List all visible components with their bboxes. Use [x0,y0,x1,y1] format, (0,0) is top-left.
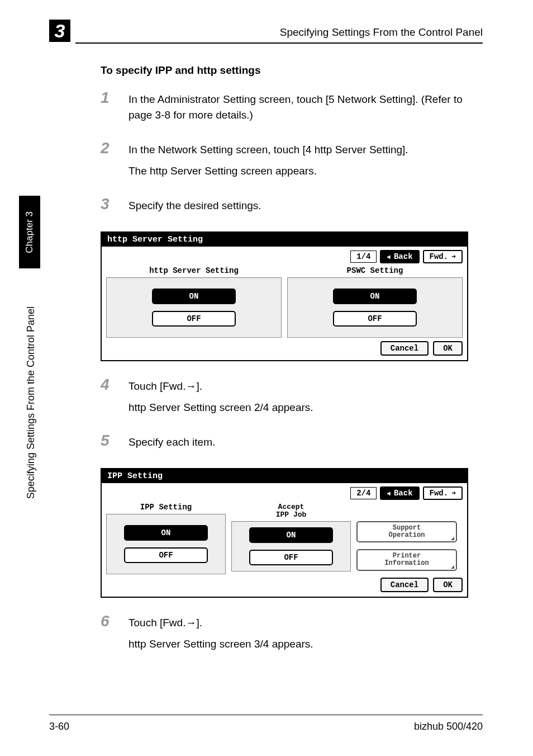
page-number: 3-60 [49,721,69,733]
step-body: In the Network Setting screen, touch [4 … [129,140,408,184]
page-indicator: 1/4 [350,251,377,263]
panels-row: IPP Setting ON OFF Accept IPP Job ON OFF [106,503,463,574]
panel-accept-ipp-job: Accept IPP Job ON OFF [231,503,351,574]
chapter-badge: 3 [49,20,70,42]
off-button[interactable]: OFF [124,547,208,563]
arrow-left-icon [387,252,392,261]
fwd-button[interactable]: Fwd. [423,486,463,500]
step-number: 5 [101,433,129,448]
page-indicator: 2/4 [350,487,377,499]
header-rule [75,42,483,44]
step-3: 3 Specify the desired settings. [101,196,483,219]
step-text: In the Administrator Setting screen, tou… [129,92,483,122]
step-6: 6 Touch [Fwd.→]. http Server Setting scr… [101,613,483,657]
step-body: In the Administrator Setting screen, tou… [129,90,483,128]
panel-title-line1: Accept [278,503,304,511]
step-text: Specify the desired settings. [129,198,261,214]
step-text: In the Network Setting screen, touch [4 … [129,142,408,158]
panel-title-line2: IPP Job [276,511,307,519]
fwd-label: Fwd. [430,252,449,261]
step-text: http Server Setting screen 3/4 appears. [129,636,313,652]
step-text: Touch [Fwd.→]. [129,615,313,631]
cancel-button[interactable]: Cancel [380,341,429,356]
screen-http-server-setting: http Server Setting 1/4 Back Fwd. http S… [101,231,468,361]
step-body: Specify each item. [129,433,215,456]
screen-footer: Cancel OK [106,578,463,592]
panel-title: http Server Setting [106,267,282,275]
panel-title: IPP Setting [106,503,226,512]
on-button[interactable]: ON [124,525,208,541]
step-4: 4 Touch [Fwd.→]. http Server Setting scr… [101,377,483,420]
arrow-right-icon [450,252,456,261]
step-number: 4 [101,377,129,393]
screen-body: 2/4 Back Fwd. IPP Setting ON OFF Accept … [102,483,467,597]
side-btn-line1: Support [393,524,421,532]
step-text: Touch [Fwd.→]. [129,379,313,394]
printer-information-button[interactable]: Printer Information [356,549,457,570]
step-text: Specify each item. [129,434,215,450]
step-body: Touch [Fwd.→]. http Server Setting scree… [129,613,313,657]
back-button[interactable]: Back [380,250,419,263]
panel-ipp: IPP Setting ON OFF [106,503,226,574]
step-number: 2 [101,140,129,156]
panel-options: ON OFF [287,277,463,338]
step-text: The http Server Setting screen appears. [129,163,408,179]
screen-footer: Cancel OK [106,341,463,356]
off-button[interactable]: OFF [249,550,333,565]
on-button[interactable]: ON [333,289,417,304]
ok-button[interactable]: OK [433,341,463,356]
arrow-left-icon [387,489,392,498]
sidebar-chapter-label: Chapter 3 [24,211,35,253]
panel-title: Accept IPP Job [231,503,351,519]
arrow-right-icon [450,489,456,498]
back-label: Back [394,489,413,498]
step-body: Touch [Fwd.→]. http Server Setting scree… [129,377,313,420]
back-button[interactable]: Back [380,486,419,500]
side-btn-line2: Information [384,559,429,567]
panel-title: PSWC Setting [287,267,463,275]
panels-row: http Server Setting ON OFF PSWC Setting … [106,267,463,338]
fwd-button[interactable]: Fwd. [423,250,463,263]
step-1: 1 In the Administrator Setting screen, t… [101,90,483,128]
on-button[interactable]: ON [249,527,333,543]
page-footer: 3-60 bizhub 500/420 [49,715,483,733]
panel-options: ON OFF [106,514,226,574]
panel-options: ON OFF [106,277,282,338]
step-5: 5 Specify each item. [101,433,483,456]
fwd-label: Fwd. [430,489,449,498]
side-buttons: Support Operation Printer Information [356,503,463,574]
support-operation-button[interactable]: Support Operation [356,521,457,542]
panel-http-server: http Server Setting ON OFF [106,267,282,338]
ok-button[interactable]: OK [433,578,463,592]
section-heading: To specify IPP and http settings [101,64,483,77]
pager-row: 2/4 Back Fwd. [106,486,463,500]
sidebar-section-label: Specifying Settings From the Control Pan… [22,268,39,537]
off-button[interactable]: OFF [333,311,417,327]
screen-body: 1/4 Back Fwd. http Server Setting ON OFF… [102,247,467,360]
page-header-title: Specifying Settings From the Control Pan… [280,26,483,39]
pager-row: 1/4 Back Fwd. [106,250,463,263]
model-name: bizhub 500/420 [414,721,483,733]
screen-title: IPP Setting [102,469,467,483]
sidebar-section-text: Specifying Settings From the Control Pan… [25,306,37,499]
back-label: Back [394,252,413,261]
content: To specify IPP and http settings 1 In th… [101,64,483,669]
step-body: Specify the desired settings. [129,196,261,219]
cancel-button[interactable]: Cancel [380,578,429,592]
side-btn-line2: Operation [389,531,425,539]
on-button[interactable]: ON [152,289,236,304]
step-number: 3 [101,196,129,212]
step-number: 1 [101,90,129,106]
step-number: 6 [101,613,129,629]
screen-title: http Server Setting [102,233,467,247]
panel-options: ON OFF [231,521,351,571]
screen-ipp-setting: IPP Setting 2/4 Back Fwd. IPP Setting ON… [101,468,468,598]
sidebar-chapter-tab: Chapter 3 [19,196,40,268]
off-button[interactable]: OFF [152,311,236,327]
step-2: 2 In the Network Setting screen, touch [… [101,140,483,184]
side-btn-line1: Printer [393,552,421,560]
step-text: http Server Setting screen 2/4 appears. [129,400,313,415]
panel-pswc: PSWC Setting ON OFF [287,267,463,338]
